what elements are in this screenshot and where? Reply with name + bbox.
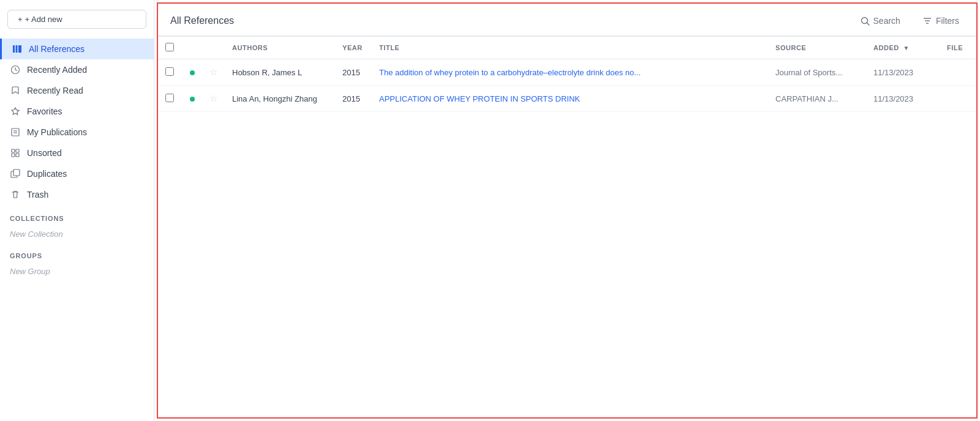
row-checkbox-cell bbox=[158, 59, 183, 86]
row-star-cell-1: ☆ bbox=[202, 59, 225, 86]
sidebar-item-recently-added[interactable]: Recently Added bbox=[0, 59, 154, 80]
clock-icon bbox=[10, 64, 21, 75]
table-body: ☆ Hobson R, James L 2015 The addition of… bbox=[158, 59, 976, 112]
trash-icon bbox=[10, 189, 21, 200]
col-header-added[interactable]: ADDED ▼ bbox=[866, 37, 940, 59]
svg-rect-1 bbox=[16, 45, 18, 53]
row-checkbox-2[interactable] bbox=[165, 94, 174, 102]
search-icon bbox=[861, 17, 870, 26]
row-file-2 bbox=[940, 86, 976, 112]
row-year-1: 2015 bbox=[335, 59, 372, 86]
title-link-2[interactable]: APPLICATION OF WHEY PROTEIN IN SPORTS DR… bbox=[379, 94, 580, 103]
col-header-authors: AUTHORS bbox=[225, 37, 335, 59]
row-added-1: 11/13/2023 bbox=[866, 59, 940, 86]
new-group-action[interactable]: New Group bbox=[0, 263, 154, 280]
svg-rect-2 bbox=[18, 45, 21, 53]
sidebar-item-recently-added-label: Recently Added bbox=[27, 65, 87, 75]
row-title-2: APPLICATION OF WHEY PROTEIN IN SPORTS DR… bbox=[372, 86, 768, 112]
filters-label: Filters bbox=[936, 16, 959, 26]
new-collection-action[interactable]: New Collection bbox=[0, 226, 154, 242]
svg-rect-10 bbox=[16, 154, 19, 157]
sidebar-item-recently-read[interactable]: Recently Read bbox=[0, 80, 154, 101]
select-all-checkbox[interactable] bbox=[165, 43, 174, 51]
bookmark-icon bbox=[10, 85, 21, 96]
sidebar: + + Add new All References Recently Adde… bbox=[0, 0, 154, 421]
row-status-cell-1 bbox=[183, 59, 202, 86]
col-header-star bbox=[202, 37, 225, 59]
search-button[interactable]: Search bbox=[856, 13, 905, 28]
row-year-2: 2015 bbox=[335, 86, 372, 112]
references-table-container: AUTHORS YEAR TITLE SOURCE ADDED bbox=[158, 36, 976, 417]
add-new-button[interactable]: + + Add new bbox=[7, 10, 146, 29]
row-source-1: Journal of Sports... bbox=[768, 59, 866, 86]
collections-section-label: COLLECTIONS bbox=[0, 205, 154, 226]
sidebar-item-trash[interactable]: Trash bbox=[0, 184, 154, 205]
svg-line-14 bbox=[867, 23, 869, 25]
sidebar-item-trash-label: Trash bbox=[27, 190, 48, 199]
star-toggle-2[interactable]: ☆ bbox=[209, 93, 217, 103]
svg-rect-7 bbox=[12, 149, 15, 152]
sidebar-item-duplicates-label: Duplicates bbox=[27, 169, 67, 179]
sidebar-item-my-publications[interactable]: My Publications bbox=[0, 122, 154, 143]
library-icon bbox=[12, 43, 23, 54]
main-header: All References Search Filters bbox=[158, 4, 976, 36]
plus-icon: + bbox=[18, 15, 23, 24]
unsorted-icon bbox=[10, 147, 21, 158]
sidebar-item-unsorted-label: Unsorted bbox=[27, 148, 62, 158]
row-checkbox-1[interactable] bbox=[165, 67, 174, 76]
filters-icon bbox=[922, 16, 932, 26]
row-added-2: 11/13/2023 bbox=[866, 86, 940, 112]
filters-button[interactable]: Filters bbox=[918, 13, 964, 28]
title-link-1[interactable]: The addition of whey protein to a carboh… bbox=[379, 68, 641, 77]
col-header-checkbox bbox=[158, 37, 183, 59]
row-title-1: The addition of whey protein to a carboh… bbox=[372, 59, 768, 86]
col-header-source: SOURCE bbox=[768, 37, 866, 59]
main-inner-panel: All References Search Filters bbox=[157, 2, 978, 419]
unread-dot bbox=[190, 70, 195, 75]
duplicates-icon bbox=[10, 168, 21, 179]
sidebar-item-favorites[interactable]: Favorites bbox=[0, 101, 154, 122]
table-row: ☆ Hobson R, James L 2015 The addition of… bbox=[158, 59, 976, 86]
row-authors-2: Lina An, Hongzhi Zhang bbox=[225, 86, 335, 112]
header-actions: Search Filters bbox=[856, 13, 964, 28]
row-checkbox-cell-2 bbox=[158, 86, 183, 112]
main-content: All References Search Filters bbox=[154, 0, 980, 421]
publications-icon bbox=[10, 127, 21, 138]
row-authors-1: Hobson R, James L bbox=[225, 59, 335, 86]
sidebar-item-all-references-label: All References bbox=[29, 44, 85, 54]
star-nav-icon bbox=[10, 106, 21, 117]
col-header-status bbox=[183, 37, 202, 59]
col-header-year: YEAR bbox=[335, 37, 372, 59]
row-status-cell-2 bbox=[183, 86, 202, 112]
sidebar-item-my-publications-label: My Publications bbox=[27, 127, 87, 137]
groups-section-label: GROUPS bbox=[0, 242, 154, 263]
col-header-title: TITLE bbox=[372, 37, 768, 59]
sidebar-item-duplicates[interactable]: Duplicates bbox=[0, 163, 154, 184]
page-title: All References bbox=[170, 15, 234, 26]
add-new-label: + Add new bbox=[25, 15, 62, 24]
row-star-cell-2: ☆ bbox=[202, 86, 225, 112]
svg-rect-9 bbox=[12, 154, 15, 157]
sort-arrow-icon: ▼ bbox=[903, 45, 909, 51]
references-table: AUTHORS YEAR TITLE SOURCE ADDED bbox=[158, 36, 976, 112]
svg-rect-12 bbox=[13, 170, 20, 176]
row-source-2: CARPATHIAN J... bbox=[768, 86, 866, 112]
search-label: Search bbox=[873, 16, 900, 26]
table-row: ☆ Lina An, Hongzhi Zhang 2015 APPLICATIO… bbox=[158, 86, 976, 112]
row-file-1 bbox=[940, 59, 976, 86]
sidebar-item-all-references[interactable]: All References bbox=[0, 39, 154, 59]
star-toggle-1[interactable]: ☆ bbox=[209, 67, 217, 77]
svg-rect-4 bbox=[12, 129, 19, 136]
sidebar-item-favorites-label: Favorites bbox=[27, 106, 62, 116]
svg-point-13 bbox=[861, 17, 867, 23]
sidebar-item-unsorted[interactable]: Unsorted bbox=[0, 143, 154, 163]
sidebar-item-recently-read-label: Recently Read bbox=[27, 86, 83, 95]
svg-rect-0 bbox=[13, 45, 15, 53]
svg-rect-8 bbox=[16, 149, 19, 152]
unread-dot-2 bbox=[190, 97, 195, 102]
col-header-file: FILE bbox=[940, 37, 976, 59]
table-header-row: AUTHORS YEAR TITLE SOURCE ADDED bbox=[158, 37, 976, 59]
